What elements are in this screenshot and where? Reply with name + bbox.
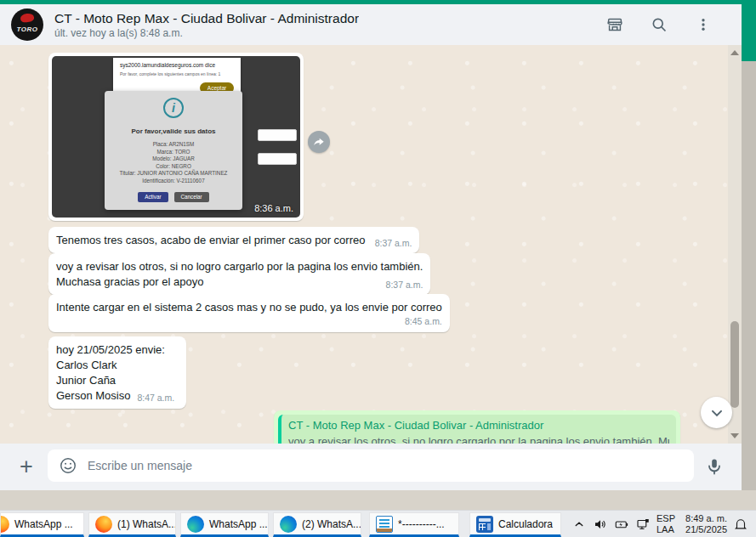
chat-header: TORO CT - Moto Rep Max - Ciudad Bolivar … <box>0 4 742 45</box>
taskbar-button-whatsapp-active[interactable]: WhatsApp ... <box>0 512 84 537</box>
attach-button[interactable]: + <box>15 451 37 482</box>
message-timestamp: 8:47 a.m. <box>137 393 174 403</box>
chat-scrollbar[interactable] <box>728 45 742 444</box>
storefront-icon[interactable] <box>605 15 624 34</box>
avatar-label: TORO <box>17 25 38 33</box>
plus-icon: + <box>20 454 33 480</box>
background-window-teal-edge <box>742 0 756 61</box>
message-text: voy a revisar los otros, si no logro car… <box>56 260 423 288</box>
taskbar-button-edge-whatsapp[interactable]: WhatsApp ... <box>180 512 269 537</box>
message-composer: + Escribe un mensaje <box>0 444 742 490</box>
scroll-down-arrow[interactable] <box>730 433 739 438</box>
toro-logo-icon <box>20 13 34 23</box>
outgoing-reply-bubble[interactable]: CT - Moto Rep Max - Ciudad Bolivar - Adm… <box>274 410 680 444</box>
edge-icon <box>280 516 297 533</box>
forward-message-button[interactable] <box>308 131 330 153</box>
keyboard-layout: LAA <box>657 524 675 535</box>
taskbar-button-calculator[interactable]: Calculadora <box>469 512 561 537</box>
tray-battery[interactable] <box>614 511 629 537</box>
firefox-icon <box>0 516 9 533</box>
desktop-screen: TORO CT - Moto Rep Max - Ciudad Bolivar … <box>0 0 756 537</box>
chevron-down-icon <box>708 404 725 421</box>
vehicle-data-lines: Placa: AR2N1SM Marca: TORO Modelo: JAGUA… <box>105 141 242 185</box>
message-input[interactable]: Escribe un mensaje <box>48 449 694 482</box>
forward-arrow-icon <box>312 135 326 149</box>
scroll-to-bottom-button[interactable] <box>701 397 732 428</box>
data-line-placa: Placa: AR2N1SM <box>105 141 242 149</box>
taskbar-button-notepad[interactable]: *----------... <box>369 512 459 537</box>
header-actions <box>605 15 713 34</box>
taskbar-button-label: *----------... <box>398 518 445 530</box>
cancelar-button: Cancelar <box>174 192 209 202</box>
chevron-up-icon <box>571 517 587 532</box>
message-timestamp: 8:36 a.m. <box>254 203 293 213</box>
taskbar-button-label: WhatsApp ... <box>14 518 73 530</box>
screenshot-image[interactable]: sys2000.lamundialdeseguros.com dice Por … <box>52 56 300 218</box>
scroll-up-arrow[interactable] <box>730 50 739 55</box>
taskbar-button-label: (1) WhatsA... <box>117 518 176 530</box>
modal-title: Por favor,valide sus datos <box>105 127 242 135</box>
clock[interactable]: 8:49 a. m. 21/5/2025 <box>680 511 727 537</box>
alert-domain-text: sys2000.lamundialdeseguros.com dice <box>120 62 234 68</box>
search-icon[interactable] <box>650 15 668 34</box>
emoji-icon[interactable] <box>59 456 77 475</box>
chat-title: CT - Moto Rep Max - Ciudad Bolivar - Adm… <box>54 10 359 26</box>
avatar[interactable]: TORO <box>11 8 43 41</box>
scrollbar-thumb[interactable] <box>730 321 739 408</box>
data-line-modelo: Modelo: JAGUAR <box>105 155 242 163</box>
data-line-titular: Titular: JUNIOR ANTONIO CAÑA MARTINEZ <box>105 170 242 178</box>
data-line-marca: Marca: TORO <box>105 149 242 156</box>
kebab-menu-icon[interactable] <box>694 15 713 34</box>
calculator-icon <box>476 516 493 533</box>
message-text: Tenemos tres casos, acabo de enviar el p… <box>56 234 365 246</box>
background-window-edge <box>742 61 756 490</box>
data-line-identificacion: Identificación: V-21110607 <box>105 178 242 185</box>
last-seen-status: últ. vez hoy a la(s) 8:48 a.m. <box>54 27 359 40</box>
taskbar-button-edge-whatsapp2[interactable]: (2) WhatsA... <box>273 512 361 537</box>
network-ethernet-icon <box>635 517 651 532</box>
edge-icon <box>187 516 204 533</box>
message-bubble[interactable]: Intente cargar en el sistema 2 casos mas… <box>48 294 450 332</box>
quoted-sender-name: CT - Moto Rep Max - Ciudad Bolivar - Adm… <box>288 419 669 432</box>
message-text: Intente cargar en el sistema 2 casos mas… <box>56 301 442 314</box>
desktop-gap-strip <box>0 490 756 510</box>
info-icon: i <box>163 98 184 118</box>
language-indicator[interactable]: ESP LAA <box>657 511 675 537</box>
battery-icon <box>614 517 629 532</box>
quoted-message-preview: voy a revisar los otros, si no logro car… <box>288 435 669 444</box>
form-field <box>258 153 297 165</box>
modal-buttons: Activar Cancelar <box>105 192 242 202</box>
mic-button[interactable] <box>704 456 725 477</box>
tray-time: 8:49 a. m. <box>685 513 727 524</box>
alert-body-text: Por favor, complete los siguientes campo… <box>120 71 234 76</box>
header-texts[interactable]: CT - Moto Rep Max - Ciudad Bolivar - Adm… <box>54 10 359 40</box>
taskbar-button-label: Calculadora <box>498 518 553 530</box>
speaker-icon <box>593 517 608 532</box>
message-timestamp: 8:37 a.m. <box>386 280 423 290</box>
firefox-icon <box>95 516 112 533</box>
taskbar-button-label: (2) WhatsA... <box>302 518 361 530</box>
input-placeholder: Escribe un mensaje <box>88 459 192 472</box>
tray-show-hidden-icons[interactable] <box>571 511 587 537</box>
action-center[interactable] <box>733 511 748 537</box>
message-timestamp: 8:37 a.m. <box>375 238 412 248</box>
notepad-icon <box>376 516 393 533</box>
bell-icon <box>733 517 748 532</box>
language-code: ESP <box>657 513 675 524</box>
tray-volume[interactable] <box>593 511 608 537</box>
taskbar-button-firefox-whatsapp[interactable]: (1) WhatsA... <box>88 512 176 537</box>
tray-network[interactable] <box>635 511 651 537</box>
chat-message-area[interactable]: sys2000.lamundialdeseguros.com dice Por … <box>0 45 742 444</box>
message-timestamp: 8:45 a.m. <box>56 316 442 326</box>
validation-modal: i Por favor,valide sus datos Placa: AR2N… <box>105 91 242 210</box>
message-bubble[interactable]: hoy 21/05/2025 envie: Carlos Clark Junio… <box>48 336 186 409</box>
activar-button: Activar <box>138 192 168 202</box>
quoted-message[interactable]: CT - Moto Rep Max - Ciudad Bolivar - Adm… <box>278 415 676 444</box>
message-bubble[interactable]: voy a revisar los otros, si no logro car… <box>48 253 430 295</box>
tray-date: 21/5/2025 <box>685 524 727 535</box>
image-message-bubble[interactable]: sys2000.lamundialdeseguros.com dice Por … <box>48 53 304 221</box>
message-bubble[interactable]: Tenemos tres casos, acabo de enviar el p… <box>48 227 419 253</box>
microphone-icon <box>704 456 725 477</box>
form-field <box>258 129 297 141</box>
taskbar-button-label: WhatsApp ... <box>209 518 268 530</box>
